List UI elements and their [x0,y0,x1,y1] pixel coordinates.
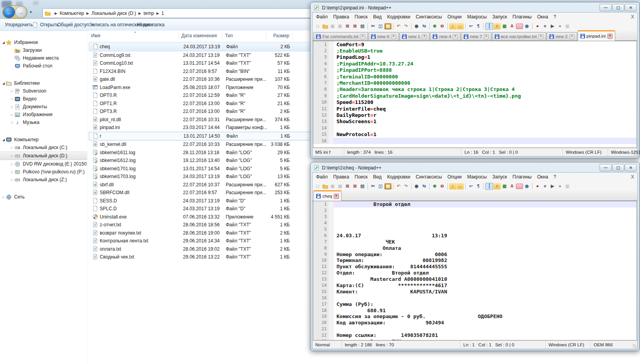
menu-item-?[interactable]: ? [551,14,559,20]
menu-item-Опции[interactable]: Опции [445,174,464,180]
expanded-arrow-icon[interactable]: ◢ [2,82,5,85]
doc-switcher-icon[interactable]: A [508,23,516,29]
address-bar[interactable]: ▶Компьютер▶Локальный диск (D:)▶temp▶1 [42,8,320,18]
doc-switcher-icon[interactable]: A [508,183,516,189]
tab-new-4[interactable]: new 4× [430,32,461,40]
doc-map-icon[interactable]: ▦ [501,183,508,189]
find-icon[interactable]: ◉ [413,183,420,189]
command-new-folder[interactable]: Новая папка [137,19,165,31]
print-icon[interactable]: ▤ [359,183,366,189]
file-row[interactable]: gate.dll22.07.2016 10:36Расширение при..… [89,75,319,84]
collapsed-arrow-icon[interactable]: ▷ [10,146,14,149]
sidebar-item[interactable]: ▷Subversion [0,87,87,95]
file-row[interactable]: OPT3.R22.07.2016 13:00Файл "R"2 КБ [89,107,319,116]
file-row[interactable]: Сводный чек.txt29.06.2016 13:22Файл "TXT… [89,253,319,261]
macro-save-icon[interactable]: ▦ [564,183,571,189]
menubar-close-icon[interactable]: X [631,174,634,180]
tab-все-настройки.txt[interactable]: все настройки.txt× [492,32,546,40]
file-row[interactable]: sbkernel1701.log13.01.2017 14:54Файл "LO… [89,165,319,173]
collapsed-arrow-icon[interactable]: ▷ [10,170,14,174]
menu-item-Плагины[interactable]: Плагины [510,174,534,180]
expanded-arrow-icon[interactable]: ◢ [2,138,5,142]
sync-scroll-h-icon[interactable]: ↔ [457,183,464,189]
file-row[interactable]: F12X24.BIN22.07.2016 9:57Файл "BIN"11 КБ [89,67,319,76]
command-open[interactable]: Открыть [32,19,59,31]
menu-item-Окна[interactable]: Окна [534,174,551,180]
macro-save-icon[interactable]: ▦ [564,23,571,29]
sidebar-item[interactable]: Рабочий стол [0,62,87,70]
open-folder-icon[interactable] [322,183,329,189]
sidebar-item[interactable]: ▷Документы [0,103,87,111]
file-row[interactable]: sbrf.dll22.07.2016 10:37Расширение при..… [89,181,319,189]
function-list-icon[interactable]: ≡ [494,23,501,29]
collapsed-arrow-icon[interactable]: ▷ [10,162,14,166]
save-icon[interactable]: ▣ [329,23,336,29]
file-row[interactable]: sbkernel1611.log28.11.2016 13:18Файл "LO… [89,149,319,157]
find-icon[interactable]: ◉ [413,23,420,29]
file-row[interactable]: CommLog10.txt13.01.2017 14:54Файл "TXT"5… [89,59,319,67]
macro-record-icon[interactable]: ● [534,183,541,189]
macro-stop-icon[interactable]: ■ [541,183,549,189]
file-row[interactable]: SPLC.D24.03.2017 13:19Файл "D"1 КБ [89,205,319,213]
sidebar-item[interactable]: ◢Компьютер [0,136,87,144]
recent-pages-dropdown-icon[interactable]: ▼ [29,10,33,14]
replace-icon[interactable]: ⇆ [421,23,428,29]
minimize-button[interactable]: — [600,4,612,11]
resize-grip[interactable] [633,151,636,155]
collapsed-arrow-icon[interactable]: ▷ [10,121,14,124]
tab-new-7[interactable]: new 7× [461,32,492,40]
editor[interactable]: 1ComPort=92;EnableUSB=true3PinpadLog=14;… [313,41,637,148]
tab-new-1[interactable]: new 1× [399,32,430,40]
column-header-size[interactable]: Размер [263,31,289,41]
sidebar-item[interactable]: ▷DVD RW дисковод (E:) 20150119 [0,160,87,168]
file-row[interactable]: sbkernel1703.log24.03.2017 13:19Файл "LO… [89,173,319,181]
file-row[interactable]: возврат покупки.txt28.06.2016 19:00Файл … [89,229,319,237]
macro-stop-icon[interactable]: ■ [541,23,549,29]
tab-new-2[interactable]: new 2× [547,32,577,40]
titlebar[interactable]: D:\temp\1\pinpad.ini - Notepad++ — ▢ ✕ [311,2,639,12]
sidebar-item[interactable]: ◢Библиотеки [0,79,87,87]
zoom-in-icon[interactable]: ⊕ [431,23,438,29]
indent-guide-icon[interactable]: ┆ [485,183,493,190]
tab-new-6[interactable]: new 6× [368,32,399,40]
collapsed-arrow-icon[interactable]: ▷ [10,97,14,101]
doc-map-icon[interactable]: ▦ [501,23,508,29]
expanded-arrow-icon[interactable]: ◢ [2,41,5,44]
file-row[interactable]: CommLog9.txt24.03.2017 13:19Файл "TXT"52… [89,51,319,60]
file-row[interactable]: pinpad.ini23.03.2017 14:44Параметры конф… [89,124,319,132]
view-monitor-icon[interactable]: ◉ [523,23,530,29]
collapsed-arrow-icon[interactable]: ▷ [2,195,5,199]
resize-grip[interactable] [633,344,636,348]
zoom-out-icon[interactable]: ⊖ [439,23,446,29]
collapsed-arrow-icon[interactable]: ▷ [10,154,14,158]
close-button[interactable]: ✕ [625,164,637,171]
tab-close-icon[interactable]: × [360,34,365,39]
sidebar-item[interactable]: ▷♪Музыка [0,118,87,126]
menu-item-Макросы[interactable]: Макросы [464,14,490,20]
file-row[interactable]: pilot_nt.dll22.07.2016 10:31Расширение п… [89,116,319,124]
sync-scroll-v-icon[interactable]: ↕ [449,23,456,29]
sidebar-item[interactable]: ▷Локальный диск (D:) [0,151,87,160]
redo-icon[interactable]: ↷ [402,183,410,189]
command-share[interactable]: Общий доступ▼ [57,19,94,31]
tab-close-icon[interactable]: × [391,34,396,39]
save-all-icon[interactable]: ▣ [336,23,344,29]
back-button[interactable]: ← [3,6,15,18]
menu-item-Запуск[interactable]: Запуск [490,14,510,20]
macro-run-multiple-icon[interactable]: » [556,23,563,29]
redo-icon[interactable]: ↷ [402,23,410,29]
replace-icon[interactable]: ⇆ [421,183,428,189]
view-monitor-icon[interactable]: ◉ [523,183,530,189]
copy-icon[interactable]: ◫ [377,183,384,189]
sidebar-item[interactable]: ▷Сеть [0,193,87,201]
show-all-chars-icon[interactable]: ¶ [475,23,482,29]
close-button[interactable]: ✕ [625,4,637,11]
undo-icon[interactable]: ↶ [395,183,402,189]
file-row[interactable]: LoadParm.exe25.08.2015 18:07Приложение70… [89,84,319,92]
new-file-icon[interactable]: □ [314,23,321,29]
menu-item-Поиск[interactable]: Поиск [352,174,370,180]
column-header-type[interactable]: Тип [225,31,233,41]
breadcrumb-segment[interactable]: 1 [161,11,164,16]
cut-icon[interactable]: ✂ [369,183,377,189]
tab-close-icon[interactable]: × [538,34,543,39]
